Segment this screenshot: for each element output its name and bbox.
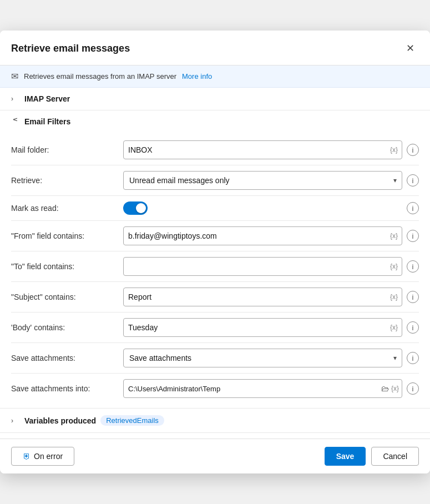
mark-as-read-row: Mark as read: i — [11, 196, 419, 220]
subject-field-info-button[interactable]: i — [407, 291, 419, 303]
save-button[interactable]: Save — [325, 447, 366, 466]
info-banner: ✉ Retrieves email messages from an IMAP … — [0, 65, 430, 88]
email-filters-title: Email Filters — [24, 117, 70, 126]
from-field-row: "From" field contains: {x} i — [11, 221, 419, 251]
dialog-title: Retrieve email messages — [11, 43, 130, 54]
to-field-row: "To" field contains: {x} i — [11, 251, 419, 281]
retrieve-control: All email messages Unread email messages… — [123, 171, 419, 190]
from-field-input[interactable] — [123, 226, 402, 245]
dialog-header: Retrieve email messages ✕ — [0, 31, 430, 65]
save-attachments-control: Do not save attachments Save attachments… — [123, 349, 419, 367]
to-field-input[interactable] — [123, 257, 402, 276]
toggle-slider — [123, 201, 148, 215]
save-attachments-select[interactable]: Do not save attachments Save attachments — [123, 349, 402, 367]
cancel-button[interactable]: Cancel — [371, 447, 419, 466]
mail-folder-input-wrap: {x} — [123, 140, 402, 159]
dialog-body: › IMAP Server ∨ Email Filters Mail folde… — [0, 88, 430, 439]
variables-label: Variables produced — [24, 416, 96, 425]
on-error-label: On error — [34, 452, 63, 461]
body-field-input[interactable] — [123, 318, 402, 337]
save-attachments-into-control: 🗁 {x} i — [123, 379, 419, 398]
variables-badge: RetrievedEmails — [100, 415, 164, 426]
subject-field-row: "Subject" contains: {x} i — [11, 282, 419, 312]
retrieve-label: Retrieve: — [11, 176, 117, 185]
email-filters-chevron: ∨ — [12, 117, 19, 126]
retrieve-select-wrap: All email messages Unread email messages… — [123, 171, 402, 190]
more-info-link[interactable]: More info — [182, 72, 212, 80]
footer-left: ⛨ On error — [11, 447, 74, 466]
retrieve-select[interactable]: All email messages Unread email messages… — [123, 171, 402, 190]
to-field-input-wrap: {x} — [123, 257, 402, 276]
subject-field-input-wrap: {x} — [123, 288, 402, 306]
save-attachments-into-info-button[interactable]: i — [407, 382, 419, 395]
body-field-label: 'Body' contains: — [11, 323, 117, 332]
dialog-footer: ⛨ On error Save Cancel — [0, 439, 430, 473]
from-field-control: {x} i — [123, 226, 419, 245]
to-field-label: "To" field contains: — [11, 262, 117, 271]
email-filters-content: Mail folder: {x} i Retrieve: All email m — [0, 133, 430, 408]
variables-chevron: › — [11, 417, 20, 425]
subject-field-control: {x} i — [123, 288, 419, 306]
divider-11 — [0, 432, 430, 433]
from-field-label: "From" field contains: — [11, 231, 117, 240]
save-attachments-into-row: Save attachments into: 🗁 {x} i — [11, 374, 419, 404]
subject-field-input[interactable] — [123, 288, 402, 306]
save-attachments-select-wrap: Do not save attachments Save attachments… — [123, 349, 402, 367]
imap-server-title: IMAP Server — [24, 94, 70, 103]
save-attachments-into-label: Save attachments into: — [11, 384, 117, 393]
mail-folder-row: Mail folder: {x} i — [11, 135, 419, 165]
shield-icon: ⛨ — [23, 452, 31, 461]
mail-folder-control: {x} i — [123, 140, 419, 159]
mark-as-read-control: i — [123, 201, 419, 215]
mail-folder-input[interactable] — [123, 140, 402, 159]
body-field-info-button[interactable]: i — [407, 321, 419, 334]
mark-as-read-label: Mark as read: — [11, 204, 117, 213]
retrieve-info-button[interactable]: i — [407, 174, 419, 187]
mark-as-read-toggle[interactable] — [123, 201, 148, 215]
mail-folder-info-button[interactable]: i — [407, 144, 419, 156]
imap-server-chevron: › — [11, 95, 20, 103]
save-attachments-label: Save attachments: — [11, 354, 117, 362]
variables-section[interactable]: › Variables produced RetrievedEmails — [0, 409, 430, 432]
from-field-input-wrap: {x} — [123, 226, 402, 245]
mark-as-read-info-button[interactable]: i — [407, 202, 419, 214]
body-field-input-wrap: {x} — [123, 318, 402, 337]
to-field-control: {x} i — [123, 257, 419, 276]
to-field-info-button[interactable]: i — [407, 260, 419, 273]
mark-as-read-toggle-wrap — [123, 201, 148, 215]
imap-server-section-header[interactable]: › IMAP Server — [0, 88, 430, 110]
save-attachments-into-input[interactable] — [123, 379, 402, 398]
envelope-icon: ✉ — [11, 71, 18, 82]
save-attachments-info-button[interactable]: i — [407, 352, 419, 364]
mail-folder-label: Mail folder: — [11, 145, 117, 154]
subject-field-label: "Subject" contains: — [11, 293, 117, 301]
info-banner-text: Retrieves email messages from an IMAP se… — [24, 72, 176, 80]
dialog: Retrieve email messages ✕ ✉ Retrieves em… — [0, 31, 430, 473]
from-field-info-button[interactable]: i — [407, 230, 419, 242]
save-attachments-into-input-wrap: 🗁 {x} — [123, 379, 402, 398]
retrieve-row: Retrieve: All email messages Unread emai… — [11, 165, 419, 195]
footer-right: Save Cancel — [325, 447, 419, 466]
body-field-control: {x} i — [123, 318, 419, 337]
close-button[interactable]: ✕ — [401, 39, 419, 57]
save-attachments-row: Save attachments: Do not save attachment… — [11, 343, 419, 373]
body-field-row: 'Body' contains: {x} i — [11, 313, 419, 342]
on-error-button[interactable]: ⛨ On error — [11, 447, 74, 466]
email-filters-section-header[interactable]: ∨ Email Filters — [0, 110, 430, 133]
